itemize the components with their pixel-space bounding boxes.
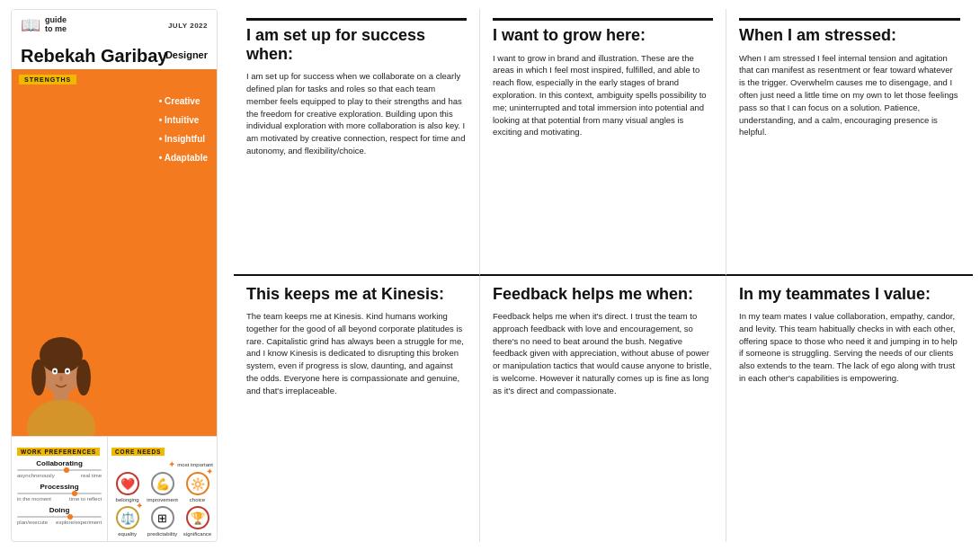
- cell-stressed: When I am stressed: When I am stressed I…: [726, 9, 973, 276]
- cell-teammates-heading: In my teammates I value:: [739, 285, 960, 304]
- predictability-icon: ⊞: [151, 506, 174, 529]
- core-needs: CORE NEEDS ✦ most important ❤️ belonging…: [108, 437, 217, 541]
- choice-label: choice: [190, 497, 205, 502]
- need-equality: ✦ ⚖️ equality: [111, 506, 143, 537]
- cell-feedback: Feedback helps me when: Feedback helps m…: [480, 276, 726, 543]
- profile-section: Rebekah Garibay Designer: [12, 40, 217, 69]
- svg-point-10: [59, 376, 63, 381]
- improvement-label: improvement: [147, 497, 178, 502]
- core-needs-label: CORE NEEDS: [111, 448, 165, 456]
- pref-doing-title: Doing: [17, 506, 102, 514]
- svg-point-4: [31, 360, 46, 395]
- collab-right: real time: [81, 473, 102, 478]
- equality-label: equality: [118, 531, 137, 537]
- date-label: JULY 2022: [168, 22, 208, 30]
- svg-point-5: [76, 360, 91, 395]
- cell-kinesis: This keeps me at Kinesis: The team keeps…: [234, 276, 480, 543]
- cell-teammates-body: In my team mates I value collaboration, …: [739, 310, 960, 385]
- pref-doing: Doing plan/execute explore/experiment: [17, 506, 102, 525]
- proc-left: in the moment: [17, 496, 51, 502]
- cell-grow-heading: I want to grow here:: [493, 18, 713, 45]
- doing-labels: plan/execute explore/experiment: [17, 520, 102, 525]
- need-significance: 🏆 significance: [182, 506, 213, 537]
- significance-label: significance: [183, 531, 211, 537]
- strength-3: • Insightful: [159, 134, 208, 144]
- svg-point-9: [67, 370, 69, 373]
- cell-stressed-body: When I am stressed I feel internal tensi…: [739, 52, 960, 138]
- collab-track: [17, 469, 102, 471]
- strengths-area: STRENGTHS: [12, 69, 217, 436]
- profile-role: Designer: [165, 49, 208, 66]
- collab-left: asynchronously: [17, 473, 55, 478]
- needs-grid: ❤️ belonging 💪 improvement ✦ 🔆 choice: [111, 472, 213, 537]
- cell-success-body: I am set up for success when we collabor…: [246, 70, 467, 156]
- pref-collaborating: Collaborating asynchronously real time: [17, 459, 102, 478]
- collab-labels: asynchronously real time: [17, 473, 102, 478]
- need-improvement: 💪 improvement: [147, 472, 178, 502]
- profile-name: Rebekah Garibay: [21, 46, 167, 66]
- proc-labels: in the moment time to reflect: [17, 496, 102, 502]
- cell-kinesis-heading: This keeps me at Kinesis:: [246, 285, 467, 304]
- cell-success: I am set up for success when: I am set u…: [234, 9, 480, 276]
- bottom-section: WORK PREFERENCES Collaborating asynchron…: [12, 436, 217, 541]
- predictability-label: predictability: [147, 531, 177, 537]
- cell-grow-body: I want to grow in brand and illustration…: [493, 52, 713, 138]
- improvement-icon: 💪: [151, 472, 174, 495]
- doing-right: explore/experiment: [56, 520, 102, 525]
- strengths-label: STRENGTHS: [19, 75, 76, 84]
- belonging-icon: ❤️: [116, 472, 139, 495]
- cell-teammates: In my teammates I value: In my team mate…: [726, 276, 973, 543]
- cell-grow: I want to grow here: I want to grow in b…: [480, 9, 726, 276]
- significance-icon: 🏆: [186, 506, 209, 529]
- need-predictability: ⊞ predictability: [147, 506, 178, 537]
- right-content: I am set up for success when: I am set u…: [227, 0, 980, 551]
- strength-4: • Adaptable: [159, 153, 208, 163]
- book-icon: 📖: [21, 15, 40, 35]
- strength-1: • Creative: [159, 96, 208, 106]
- doing-left: plan/execute: [17, 520, 48, 525]
- cell-success-heading: I am set up for success when:: [246, 18, 467, 63]
- svg-point-0: [27, 400, 95, 436]
- avatar: [21, 301, 102, 436]
- collab-dot: [64, 467, 69, 473]
- cell-feedback-body: Feedback helps me when it's direct. I tr…: [493, 310, 713, 396]
- proc-right: time to reflect: [69, 496, 102, 502]
- top-bar: 📖 guide to me JULY 2022: [12, 10, 217, 40]
- most-important-row: ✦ most important: [111, 459, 213, 469]
- cell-kinesis-body: The team keeps me at Kinesis. Kind human…: [246, 310, 467, 396]
- need-choice: ✦ 🔆 choice: [182, 472, 213, 502]
- proc-track: [17, 493, 102, 494]
- pref-processing: Processing in the moment time to reflect: [17, 483, 102, 502]
- cell-stressed-heading: When I am stressed:: [739, 18, 960, 45]
- strength-2: • Intuitive: [159, 115, 208, 125]
- strengths-list: • Creative • Intuitive • Insightful • Ad…: [159, 96, 208, 172]
- equality-star: ✦: [136, 501, 143, 511]
- cell-feedback-heading: Feedback helps me when:: [493, 285, 713, 304]
- svg-point-8: [54, 370, 57, 373]
- svg-point-3: [40, 337, 83, 373]
- work-preferences: WORK PREFERENCES Collaborating asynchron…: [12, 437, 108, 541]
- star-icon: ✦: [168, 459, 175, 469]
- left-panel: 📖 guide to me JULY 2022 Rebekah Garibay …: [11, 9, 218, 542]
- need-belonging: ❤️ belonging: [111, 472, 143, 502]
- pref-collab-title: Collaborating: [17, 459, 102, 467]
- logo-area: 📖 guide to me: [21, 15, 67, 35]
- work-prefs-label: WORK PREFERENCES: [17, 448, 100, 456]
- choice-star: ✦: [206, 467, 213, 476]
- logo-text: guide to me: [45, 16, 67, 34]
- doing-track: [17, 516, 102, 518]
- pref-proc-title: Processing: [17, 483, 102, 491]
